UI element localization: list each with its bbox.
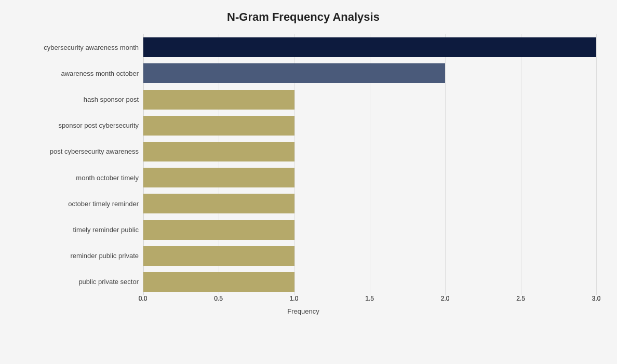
bar	[143, 116, 294, 136]
y-label: month october timely	[10, 165, 143, 191]
x-axis-label: Frequency	[10, 307, 596, 315]
bar	[143, 246, 294, 266]
bar	[143, 272, 294, 292]
bars-section: cybersecurity awareness monthawareness m…	[10, 34, 596, 295]
grid-line	[596, 34, 597, 295]
chart-title: N-Gram Frequency Analysis	[10, 10, 596, 24]
chart-area: cybersecurity awareness monthawareness m…	[10, 34, 596, 315]
y-label: public private sector	[10, 269, 143, 295]
y-label: post cybersecurity awareness	[10, 139, 143, 165]
bar-rows	[143, 34, 596, 295]
x-tick: 1.0	[290, 295, 299, 302]
bar	[143, 142, 294, 161]
bar	[143, 90, 294, 110]
y-label: reminder public private	[10, 243, 143, 269]
x-tick: 0.5	[214, 295, 223, 302]
bar	[143, 168, 294, 187]
bar-row	[143, 86, 596, 112]
y-labels: cybersecurity awareness monthawareness m…	[10, 34, 143, 295]
x-tick: 0.0	[139, 295, 147, 302]
bar-row	[143, 165, 596, 191]
bar-row	[143, 34, 596, 60]
bars-and-grid	[143, 34, 596, 295]
bar-row	[143, 243, 596, 269]
chart-container: N-Gram Frequency Analysis cybersecurity …	[0, 0, 617, 364]
bar-row	[143, 113, 596, 139]
bar	[143, 63, 445, 83]
bar-row	[143, 139, 596, 165]
y-label: hash sponsor post	[10, 86, 143, 112]
x-tick: 3.0	[592, 295, 601, 302]
y-label: awareness month october	[10, 60, 143, 86]
x-tick: 2.5	[516, 295, 525, 302]
y-label: timely reminder public	[10, 217, 143, 242]
bar-row	[143, 191, 596, 217]
bar-row	[143, 217, 596, 242]
y-label: sponsor post cybersecurity	[10, 113, 143, 139]
bar	[143, 220, 294, 240]
y-label: october timely reminder	[10, 191, 143, 217]
bar-row	[143, 269, 596, 295]
bar-row	[143, 60, 596, 86]
x-axis-container: 0.00.51.01.52.02.53.00.00.51.01.52.02.53…	[143, 295, 596, 305]
x-tick: 2.0	[441, 295, 450, 302]
x-tick: 1.5	[365, 295, 374, 302]
bar	[143, 194, 294, 213]
bar	[143, 37, 596, 57]
y-label: cybersecurity awareness month	[10, 34, 143, 60]
x-axis-area: 0.00.51.01.52.02.53.00.00.51.01.52.02.53…	[10, 295, 596, 315]
